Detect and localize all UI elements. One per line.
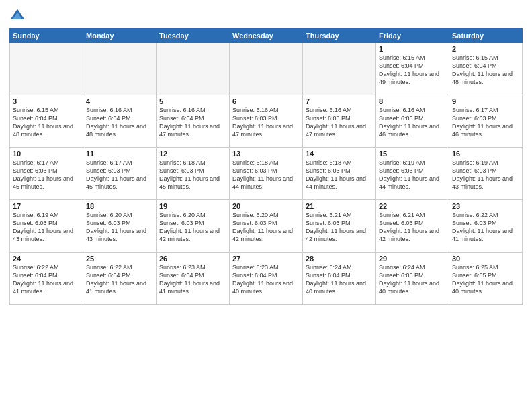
calendar-cell: 24Sunrise: 6:22 AM Sunset: 6:04 PM Dayli… (10, 253, 83, 305)
day-info: Sunrise: 6:15 AM Sunset: 6:04 PM Dayligh… (452, 54, 519, 87)
day-info: Sunrise: 6:17 AM Sunset: 6:03 PM Dayligh… (86, 158, 153, 191)
calendar-cell: 7Sunrise: 6:16 AM Sunset: 6:03 PM Daylig… (303, 95, 376, 148)
weekday-header: Thursday (303, 29, 376, 43)
day-number: 25 (86, 255, 153, 263)
day-info: Sunrise: 6:22 AM Sunset: 6:04 PM Dayligh… (13, 263, 80, 296)
calendar-cell: 17Sunrise: 6:19 AM Sunset: 6:03 PM Dayli… (10, 200, 83, 253)
calendar-cell: 2Sunrise: 6:15 AM Sunset: 6:04 PM Daylig… (449, 43, 523, 95)
day-number: 3 (13, 97, 80, 105)
day-info: Sunrise: 6:16 AM Sunset: 6:03 PM Dayligh… (306, 106, 373, 139)
calendar-cell: 23Sunrise: 6:22 AM Sunset: 6:03 PM Dayli… (449, 200, 523, 253)
calendar-cell (83, 43, 157, 95)
calendar-cell (230, 43, 303, 95)
day-number: 16 (452, 150, 519, 158)
day-number: 30 (452, 255, 519, 263)
day-info: Sunrise: 6:24 AM Sunset: 6:04 PM Dayligh… (306, 263, 373, 296)
calendar-cell: 12Sunrise: 6:18 AM Sunset: 6:03 PM Dayli… (157, 148, 230, 200)
calendar-cell: 10Sunrise: 6:17 AM Sunset: 6:03 PM Dayli… (10, 148, 83, 200)
day-info: Sunrise: 6:20 AM Sunset: 6:03 PM Dayligh… (86, 211, 153, 244)
calendar-cell: 14Sunrise: 6:18 AM Sunset: 6:03 PM Dayli… (303, 148, 376, 200)
day-number: 13 (232, 150, 300, 158)
day-info: Sunrise: 6:21 AM Sunset: 6:03 PM Dayligh… (379, 211, 446, 244)
calendar-body: 1Sunrise: 6:15 AM Sunset: 6:04 PM Daylig… (10, 43, 523, 305)
logo-icon (9, 7, 26, 23)
calendar-cell: 16Sunrise: 6:19 AM Sunset: 6:03 PM Dayli… (449, 148, 523, 200)
day-number: 7 (306, 97, 373, 105)
day-number: 21 (306, 202, 373, 210)
day-number: 4 (86, 97, 153, 105)
calendar-cell: 11Sunrise: 6:17 AM Sunset: 6:03 PM Dayli… (83, 148, 157, 200)
day-info: Sunrise: 6:20 AM Sunset: 6:03 PM Dayligh… (232, 211, 300, 244)
calendar-cell: 13Sunrise: 6:18 AM Sunset: 6:03 PM Dayli… (230, 148, 303, 200)
day-number: 12 (159, 150, 226, 158)
calendar-cell: 26Sunrise: 6:23 AM Sunset: 6:04 PM Dayli… (157, 253, 230, 305)
day-info: Sunrise: 6:16 AM Sunset: 6:04 PM Dayligh… (159, 106, 226, 139)
page: SundayMondayTuesdayWednesdayThursdayFrid… (0, 0, 532, 411)
day-info: Sunrise: 6:15 AM Sunset: 6:04 PM Dayligh… (13, 106, 80, 139)
calendar-cell (157, 43, 230, 95)
day-number: 17 (13, 202, 80, 210)
calendar-cell: 3Sunrise: 6:15 AM Sunset: 6:04 PM Daylig… (10, 95, 83, 148)
day-info: Sunrise: 6:19 AM Sunset: 6:03 PM Dayligh… (379, 158, 446, 191)
day-info: Sunrise: 6:20 AM Sunset: 6:03 PM Dayligh… (159, 211, 226, 244)
weekday-header: Sunday (10, 29, 83, 43)
day-info: Sunrise: 6:19 AM Sunset: 6:03 PM Dayligh… (13, 211, 80, 244)
day-number: 14 (306, 150, 373, 158)
calendar-week-row: 24Sunrise: 6:22 AM Sunset: 6:04 PM Dayli… (10, 253, 523, 305)
day-info: Sunrise: 6:16 AM Sunset: 6:04 PM Dayligh… (86, 106, 153, 139)
calendar-table: SundayMondayTuesdayWednesdayThursdayFrid… (9, 28, 523, 305)
day-info: Sunrise: 6:18 AM Sunset: 6:03 PM Dayligh… (306, 158, 373, 191)
day-info: Sunrise: 6:16 AM Sunset: 6:03 PM Dayligh… (232, 106, 300, 139)
calendar-cell: 30Sunrise: 6:25 AM Sunset: 6:05 PM Dayli… (449, 253, 523, 305)
day-number: 28 (306, 255, 373, 263)
weekday-header: Wednesday (230, 29, 303, 43)
calendar-week-row: 1Sunrise: 6:15 AM Sunset: 6:04 PM Daylig… (10, 43, 523, 95)
day-info: Sunrise: 6:24 AM Sunset: 6:05 PM Dayligh… (379, 263, 446, 296)
day-info: Sunrise: 6:23 AM Sunset: 6:04 PM Dayligh… (232, 263, 300, 296)
day-number: 2 (452, 45, 519, 53)
calendar-cell: 4Sunrise: 6:16 AM Sunset: 6:04 PM Daylig… (83, 95, 157, 148)
calendar-week-row: 10Sunrise: 6:17 AM Sunset: 6:03 PM Dayli… (10, 148, 523, 200)
calendar-cell: 1Sunrise: 6:15 AM Sunset: 6:04 PM Daylig… (376, 43, 449, 95)
day-number: 9 (452, 97, 519, 105)
calendar-cell (10, 43, 83, 95)
day-number: 23 (452, 202, 519, 210)
calendar-cell: 20Sunrise: 6:20 AM Sunset: 6:03 PM Dayli… (230, 200, 303, 253)
day-number: 20 (232, 202, 300, 210)
day-number: 15 (379, 150, 446, 158)
calendar-cell: 15Sunrise: 6:19 AM Sunset: 6:03 PM Dayli… (376, 148, 449, 200)
calendar-cell: 21Sunrise: 6:21 AM Sunset: 6:03 PM Dayli… (303, 200, 376, 253)
day-number: 18 (86, 202, 153, 210)
day-info: Sunrise: 6:22 AM Sunset: 6:03 PM Dayligh… (452, 211, 519, 244)
day-info: Sunrise: 6:17 AM Sunset: 6:03 PM Dayligh… (13, 158, 80, 191)
day-info: Sunrise: 6:19 AM Sunset: 6:03 PM Dayligh… (452, 158, 519, 191)
logo (9, 7, 28, 23)
calendar-cell: 19Sunrise: 6:20 AM Sunset: 6:03 PM Dayli… (157, 200, 230, 253)
day-number: 1 (379, 45, 446, 53)
weekday-header: Monday (83, 29, 157, 43)
day-info: Sunrise: 6:21 AM Sunset: 6:03 PM Dayligh… (306, 211, 373, 244)
calendar-cell (303, 43, 376, 95)
calendar-week-row: 17Sunrise: 6:19 AM Sunset: 6:03 PM Dayli… (10, 200, 523, 253)
day-info: Sunrise: 6:22 AM Sunset: 6:04 PM Dayligh… (86, 263, 153, 296)
day-number: 8 (379, 97, 446, 105)
calendar-cell: 29Sunrise: 6:24 AM Sunset: 6:05 PM Dayli… (376, 253, 449, 305)
day-number: 24 (13, 255, 80, 263)
day-number: 27 (232, 255, 300, 263)
calendar-cell: 5Sunrise: 6:16 AM Sunset: 6:04 PM Daylig… (157, 95, 230, 148)
day-info: Sunrise: 6:16 AM Sunset: 6:03 PM Dayligh… (379, 106, 446, 139)
header (9, 7, 523, 23)
day-info: Sunrise: 6:25 AM Sunset: 6:05 PM Dayligh… (452, 263, 519, 296)
calendar-cell: 28Sunrise: 6:24 AM Sunset: 6:04 PM Dayli… (303, 253, 376, 305)
calendar-cell: 27Sunrise: 6:23 AM Sunset: 6:04 PM Dayli… (230, 253, 303, 305)
calendar-cell: 8Sunrise: 6:16 AM Sunset: 6:03 PM Daylig… (376, 95, 449, 148)
day-number: 22 (379, 202, 446, 210)
day-number: 26 (159, 255, 226, 263)
weekday-header: Tuesday (157, 29, 230, 43)
day-info: Sunrise: 6:17 AM Sunset: 6:03 PM Dayligh… (452, 106, 519, 139)
day-number: 11 (86, 150, 153, 158)
day-info: Sunrise: 6:23 AM Sunset: 6:04 PM Dayligh… (159, 263, 226, 296)
calendar-week-row: 3Sunrise: 6:15 AM Sunset: 6:04 PM Daylig… (10, 95, 523, 148)
day-info: Sunrise: 6:18 AM Sunset: 6:03 PM Dayligh… (159, 158, 226, 191)
calendar-cell: 6Sunrise: 6:16 AM Sunset: 6:03 PM Daylig… (230, 95, 303, 148)
